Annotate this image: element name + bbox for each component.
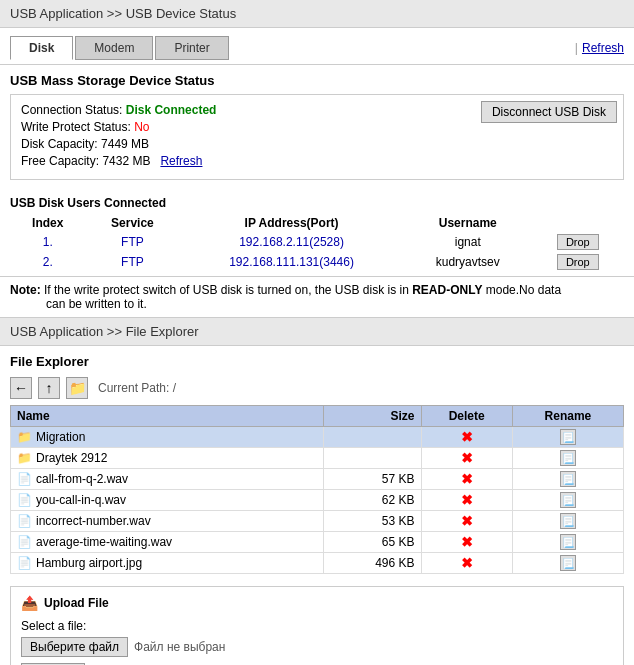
connection-status-value: Disk Connected	[126, 103, 217, 117]
cell-username: kudryavtsev	[404, 252, 532, 272]
file-input-row: Выберите файл Файл не выбран	[21, 637, 613, 657]
refresh-link-top[interactable]: Refresh	[582, 41, 624, 55]
note-readonly: Note: If the write protect switch of USB…	[0, 276, 634, 318]
rename-icon[interactable]: 📃	[560, 534, 576, 550]
table-row: 2. FTP 192.168.111.131(3446) kudryavtsev…	[10, 252, 624, 272]
rename-icon[interactable]: 📃	[560, 429, 576, 445]
tab-modem[interactable]: Modem	[75, 36, 153, 60]
file-explorer-section: File Explorer ← ↑ 📁 Current Path: / Name…	[0, 346, 634, 578]
cell-ip: 192.168.111.131(3446)	[179, 252, 404, 272]
col-delete: Delete	[421, 406, 512, 427]
cell-rename: 📃	[512, 553, 623, 574]
home-button[interactable]: 📁	[66, 377, 88, 399]
cell-size: 57 KB	[323, 469, 421, 490]
delete-icon[interactable]: ✖	[461, 492, 473, 508]
disconnect-usb-button[interactable]: Disconnect USB Disk	[481, 101, 617, 123]
refresh-link-status[interactable]: Refresh	[160, 154, 202, 168]
cell-name: 📁Draytek 2912	[11, 448, 324, 469]
upload-title-label: Upload File	[44, 596, 109, 610]
list-item[interactable]: 📄incorrect-number.wav 53 KB ✖ 📃	[11, 511, 624, 532]
cell-delete: ✖	[421, 448, 512, 469]
delete-icon[interactable]: ✖	[461, 429, 473, 445]
table-row: 1. FTP 192.168.2.11(2528) ignat Drop	[10, 232, 624, 252]
back-button[interactable]: ←	[10, 377, 32, 399]
no-file-text: Файл не выбран	[134, 640, 225, 654]
delete-icon[interactable]: ✖	[461, 471, 473, 487]
cell-name: 📄call-from-q-2.wav	[11, 469, 324, 490]
cell-rename: 📃	[512, 427, 623, 448]
cell-index: 2.	[10, 252, 86, 272]
rename-icon[interactable]: 📃	[560, 492, 576, 508]
cell-size: 62 KB	[323, 490, 421, 511]
col-service: Service	[86, 214, 180, 232]
list-item[interactable]: 📁Migration ✖ 📃	[11, 427, 624, 448]
cell-service: FTP	[86, 252, 180, 272]
note1-text1: If the write protect switch of USB disk …	[44, 283, 412, 297]
drop-button-1[interactable]: Drop	[557, 254, 599, 270]
current-path: Current Path: /	[98, 381, 176, 395]
list-item[interactable]: 📄you-call-in-q.wav 62 KB ✖ 📃	[11, 490, 624, 511]
list-item[interactable]: 📄average-time-waiting.wav 65 KB ✖ 📃	[11, 532, 624, 553]
folder-icon: 📁	[17, 430, 32, 444]
list-item[interactable]: 📄call-from-q-2.wav 57 KB ✖ 📃	[11, 469, 624, 490]
file-icon: 📄	[17, 514, 32, 528]
cell-index: 1.	[10, 232, 86, 252]
cell-delete: ✖	[421, 427, 512, 448]
list-item[interactable]: 📁Draytek 2912 ✖ 📃	[11, 448, 624, 469]
cell-delete: ✖	[421, 511, 512, 532]
file-explorer-title: File Explorer	[10, 354, 624, 369]
delete-icon[interactable]: ✖	[461, 513, 473, 529]
rename-icon[interactable]: 📃	[560, 513, 576, 529]
note1-text2: mode.No data	[486, 283, 561, 297]
cell-size	[323, 448, 421, 469]
up-button[interactable]: ↑	[38, 377, 60, 399]
cell-delete: ✖	[421, 469, 512, 490]
page-header: USB Application >> USB Device Status	[0, 0, 634, 28]
col-index: Index	[10, 214, 86, 232]
disk-capacity-line: Disk Capacity: 7449 MB	[21, 137, 613, 151]
cell-delete: ✖	[421, 532, 512, 553]
cell-rename: 📃	[512, 532, 623, 553]
upload-title: 📤 Upload File	[21, 595, 613, 611]
tabs: Disk Modem Printer	[10, 36, 229, 60]
cell-name: 📄average-time-waiting.wav	[11, 532, 324, 553]
free-capacity-label: Free Capacity:	[21, 154, 99, 168]
tab-printer[interactable]: Printer	[155, 36, 228, 60]
cell-name: 📄you-call-in-q.wav	[11, 490, 324, 511]
explorer-header: USB Application >> File Explorer	[0, 318, 634, 346]
users-title: USB Disk Users Connected	[10, 196, 624, 210]
upload-section: 📤 Upload File Select a file: Выберите фа…	[10, 586, 624, 665]
free-capacity-line: Free Capacity: 7432 MB Refresh	[21, 154, 613, 168]
list-item[interactable]: 📄Hamburg airport.jpg 496 KB ✖ 📃	[11, 553, 624, 574]
page: USB Application >> USB Device Status Dis…	[0, 0, 634, 665]
rename-icon[interactable]: 📃	[560, 471, 576, 487]
rename-icon[interactable]: 📃	[560, 450, 576, 466]
usb-section-title: USB Mass Storage Device Status	[10, 73, 624, 88]
choose-file-button[interactable]: Выберите файл	[21, 637, 128, 657]
file-icon: 📄	[17, 493, 32, 507]
cell-username: ignat	[404, 232, 532, 252]
delete-icon[interactable]: ✖	[461, 450, 473, 466]
page-title: USB Application >> USB Device Status	[10, 6, 236, 21]
rename-icon[interactable]: 📃	[560, 555, 576, 571]
tab-disk[interactable]: Disk	[10, 36, 73, 60]
file-icon: 📄	[17, 556, 32, 570]
delete-icon[interactable]: ✖	[461, 534, 473, 550]
upload-icon: 📤	[21, 595, 38, 611]
cell-size	[323, 427, 421, 448]
file-icon: 📄	[17, 472, 32, 486]
cell-delete: ✖	[421, 490, 512, 511]
col-size: Size	[323, 406, 421, 427]
note1-label: Note:	[10, 283, 41, 297]
cell-rename: 📃	[512, 469, 623, 490]
cell-name: 📄Hamburg airport.jpg	[11, 553, 324, 574]
drop-button-0[interactable]: Drop	[557, 234, 599, 250]
col-name: Name	[11, 406, 324, 427]
pipe-separator: |	[575, 41, 578, 55]
cell-drop: Drop	[532, 232, 624, 252]
users-table: Index Service IP Address(Port) Username …	[10, 214, 624, 272]
delete-icon[interactable]: ✖	[461, 555, 473, 571]
note1-line2: can be written to it.	[10, 297, 147, 311]
folder-icon: 📁	[17, 451, 32, 465]
cell-delete: ✖	[421, 553, 512, 574]
